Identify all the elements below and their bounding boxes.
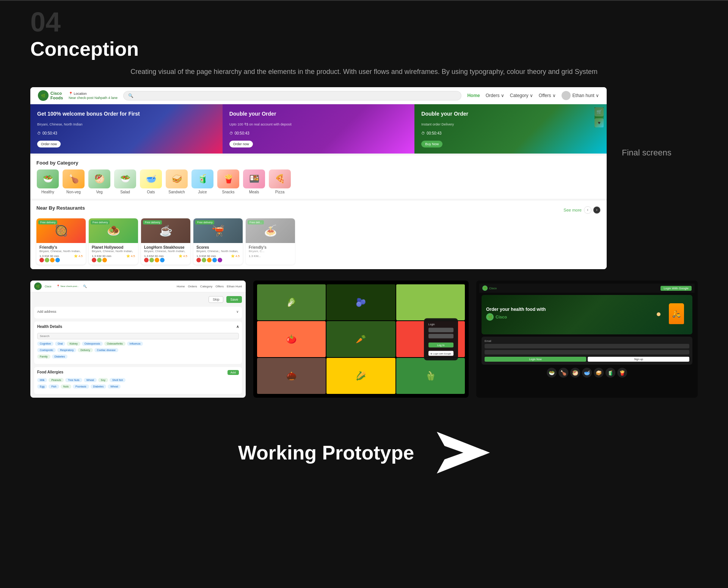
cisco-hero-logo-icon: 🌿 [486, 313, 494, 321]
next-arrow[interactable]: › [593, 206, 601, 214]
food-cell-4: 🍅 [257, 321, 326, 357]
hero-banners: Get 100% welcome bonus Order for First B… [30, 104, 607, 154]
hero-3-btn[interactable]: Buy Now [421, 141, 442, 147]
address-expand-icon[interactable]: ∨ [236, 310, 239, 314]
category-salad[interactable]: 🥗 Salad [114, 169, 136, 194]
condition-tag-family[interactable]: Family [37, 354, 50, 359]
save-button[interactable]: Save [226, 296, 242, 303]
cisco-login-btn[interactable]: Login With Google [661, 286, 692, 291]
heart-icon[interactable]: ♥ [595, 118, 604, 127]
cisco-form-buttons: Login Now Sign up [485, 357, 689, 362]
allergy-psoriasis[interactable]: Psoriasis [73, 384, 89, 389]
email-field[interactable] [428, 328, 453, 332]
food-photo-screenshot: 🥬 🫐 🍅 🥕 🌰 🌽 🫑 Login Log In ⊕ Login wit [253, 281, 469, 398]
condition-tag-cognitive[interactable]: Cognitive [37, 342, 53, 346]
condition-tag-coeloprotic[interactable]: Coeloprotic [37, 348, 56, 352]
skip-button[interactable]: Skip [209, 296, 224, 303]
nav-orders[interactable]: Orders ∨ [486, 93, 504, 98]
cisco-password-input[interactable] [485, 350, 689, 354]
allergy-milk[interactable]: Milk [37, 378, 47, 382]
condition-tag-respiratory[interactable]: Respiratory [57, 348, 76, 352]
diet-icons-1 [39, 258, 83, 262]
login-now-button[interactable]: Log In [428, 342, 453, 347]
hero-2-btn[interactable]: Order now [229, 141, 253, 147]
cisco-email-input[interactable] [485, 344, 689, 348]
allergy-wheat2[interactable]: Wheat [108, 384, 121, 389]
restaurant-cuisine-3: Biryani, Chinese, North Indian, [144, 249, 187, 253]
cisco-cat-icon-2[interactable]: 🍗 [559, 368, 568, 378]
health-nav-category[interactable]: Category [200, 285, 212, 288]
add-allergy-button[interactable]: Add [228, 370, 239, 375]
cart-icon[interactable]: 🛒 [595, 107, 604, 116]
category-meals[interactable]: 🍱 Meals [243, 169, 265, 194]
diet-icons-2 [92, 258, 135, 262]
cisco-login-action-btn[interactable]: Login Now [485, 357, 586, 362]
nav-search[interactable]: 🔍 [123, 91, 461, 100]
category-healthy[interactable]: 🥗 Healthy [36, 169, 59, 194]
category-snacks[interactable]: 🍟 Snacks [217, 169, 240, 194]
allergy-peanuts[interactable]: Peanuts [49, 378, 64, 382]
restaurant-card-5[interactable]: Free deli... 🍝 Friendly's Biryani, C... … [246, 218, 295, 265]
cisco-cat-icon-5[interactable]: 🥪 [594, 368, 604, 378]
health-nav-home[interactable]: Home [177, 285, 185, 288]
restaurant-meta-5: 1.3 KM... [249, 254, 292, 258]
condition-tag-osteoporosis[interactable]: Osteoporosis [82, 342, 103, 346]
nav-category[interactable]: Category ∨ [510, 93, 533, 98]
condition-tag-kidney[interactable]: Kidney [67, 342, 80, 346]
category-healthy-label: Healthy [41, 190, 54, 194]
allergy-tags-2: Egg Fish Nuts Psoriasis Diabetes Wheat [37, 384, 239, 389]
nav-offers[interactable]: Offers ∨ [539, 93, 556, 98]
cisco-cat-icon-4[interactable]: 🥣 [582, 368, 592, 378]
password-field[interactable] [428, 334, 453, 338]
category-oats[interactable]: 🥣 Oats [140, 169, 162, 194]
allergy-egg[interactable]: Egg [37, 384, 47, 389]
allergy-tree-nuts[interactable]: Tree Nuts [65, 378, 82, 382]
condition-tag-influenza[interactable]: Influenza [127, 342, 143, 346]
hero-1-btn[interactable]: Order now [37, 141, 61, 147]
health-nav-orders[interactable]: Orders [188, 285, 197, 288]
condition-tag-osteoarthritis[interactable]: Osteoarthritis [104, 342, 126, 346]
condition-tag-delivery[interactable]: Delivery [78, 348, 93, 352]
health-nav-user[interactable]: Ethan Hunt [227, 285, 242, 288]
category-sandwich-label: Sandwich [168, 190, 185, 194]
allergy-shellfish[interactable]: Shell fish [110, 378, 126, 382]
see-more-link[interactable]: See more [563, 208, 582, 212]
category-juice[interactable]: 🧃 Juice [191, 169, 214, 194]
health-search-input[interactable] [37, 333, 239, 339]
cisco-cat-icon-1[interactable]: 🥗 [547, 368, 557, 378]
cisco-signup-btn[interactable]: Sign up [588, 357, 689, 362]
allergy-wheat[interactable]: Wheat [84, 378, 97, 382]
restaurant-name-4: Scores [196, 245, 240, 249]
cisco-cat-icon-7[interactable]: 🍟 [617, 368, 627, 378]
health-expand-icon[interactable]: ∧ [236, 325, 239, 329]
prev-arrow[interactable]: ‹ [584, 206, 592, 214]
category-nonveg-label: Non-veg [66, 190, 81, 194]
category-pizza[interactable]: 🍕 Pizza [268, 169, 291, 194]
allergy-fish[interactable]: Fish [49, 384, 59, 389]
nav-home[interactable]: Home [467, 93, 480, 98]
prototype-arrow-area [437, 432, 490, 474]
category-juice-img: 🧃 [191, 169, 213, 188]
allergy-nuts[interactable]: Nuts [61, 384, 71, 389]
restaurant-card-2[interactable]: Free delivery 🧆 Planet Hollywood Biryani… [89, 218, 138, 265]
health-content: Skip Save Add address ∨ Health Details ∧ [30, 292, 246, 398]
nav-user[interactable]: Ethan hunt ∨ [562, 91, 599, 100]
google-login-button[interactable]: ⊕ Login with Google [428, 351, 453, 356]
hero-3-timer: ⏱ 00:50:43 [421, 131, 600, 135]
allergy-diabetes2[interactable]: Diabetes [91, 384, 107, 389]
cisco-cat-icon-3[interactable]: 🥙 [570, 368, 580, 378]
category-sandwich[interactable]: 🥪 Sandwich [165, 169, 188, 194]
cisco-cat-icon-6[interactable]: 🧃 [606, 368, 615, 378]
restaurant-card-4[interactable]: Free delivery 🫕 Scores Biryani, Chinese,… [193, 218, 243, 265]
health-nav-offers[interactable]: Offers [215, 285, 224, 288]
condition-tag-coeliac[interactable]: Coeliac disease [94, 348, 118, 352]
right-label-area: Final screens [622, 87, 698, 269]
condition-tag-diabetes[interactable]: Diabetes [52, 354, 68, 359]
condition-tag-oral[interactable]: Oral [55, 342, 65, 346]
category-nonveg[interactable]: 🍗 Non-veg [62, 169, 85, 194]
allergy-soy[interactable]: Soy [98, 378, 108, 382]
restaurant-card-1[interactable]: Free delivery 🥘 Friendly's Biryani, Chin… [36, 218, 86, 265]
restaurant-card-3[interactable]: Free delivery ☕ LongHorn Steakhouse Biry… [141, 218, 190, 265]
categories-label: Food by Category [36, 160, 601, 166]
category-veg[interactable]: 🥙 Veg [88, 169, 111, 194]
